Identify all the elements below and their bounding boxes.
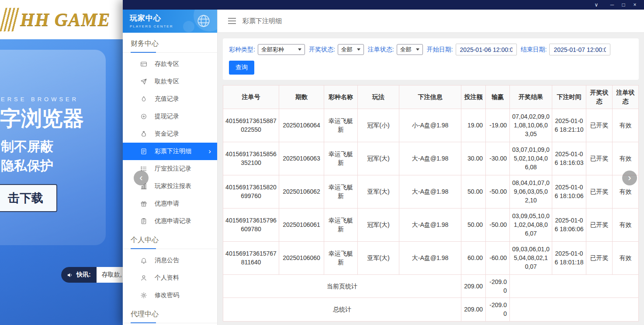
cell-period: 20250106061	[279, 208, 324, 241]
cell-draw-status: 已开奖	[586, 109, 613, 142]
cell-draw-status: 已开奖	[586, 142, 613, 175]
select-value: 全部	[400, 46, 412, 54]
cell-bet-info: 大-A盘@1.98	[399, 175, 461, 208]
cell-bet-time: 2025-01-06 18:21:10	[552, 109, 586, 142]
sidebar-item-label: 提现记录	[155, 113, 179, 120]
logo-text: HH GAME	[20, 9, 111, 30]
speaker-icon	[67, 272, 73, 278]
summary-empty	[510, 298, 639, 322]
banner-title: 字浏览器	[0, 105, 84, 133]
chevron-right-icon: ›	[628, 172, 631, 184]
cell-bet-status: 有效	[613, 142, 639, 175]
col-bet-time: 下注时间	[552, 86, 586, 109]
cell-bet-amount: 50.00	[461, 208, 486, 241]
cell-winloss: -50.00	[486, 208, 510, 241]
lottery-bet-details-icon	[140, 148, 147, 155]
summary-winloss-total: -209.00	[486, 298, 510, 322]
cell-bet-amount: 50.00	[461, 175, 486, 208]
filter-card: 彩种类型: 全部彩种 开奖状态: 全部	[223, 38, 639, 80]
sidebar-item-promo-apply-records[interactable]: 优惠申请记录	[123, 212, 217, 230]
sidebar-item-label: 优惠申请记录	[155, 217, 191, 225]
bet-status-select[interactable]: 全部	[397, 44, 423, 55]
download-button[interactable]: 击下载	[0, 184, 57, 212]
withdrawal-records-icon	[140, 113, 147, 120]
sidebar-header: 玩家中心 PLAYERS CENTER	[123, 10, 217, 33]
sidebar-item-label: 个人资料	[155, 274, 179, 282]
cell-bet-time: 2025-01-06 18:06:06	[552, 208, 586, 241]
banner-line-1: 制不屏蔽	[1, 138, 53, 156]
messages-icon	[140, 257, 147, 264]
sidebar-item-funds-records[interactable]: 资金记录	[123, 125, 217, 143]
ticker-label: 快讯:	[61, 267, 97, 283]
sidebar-item-deposit[interactable]: 存款专区	[123, 55, 217, 73]
window-panel: 玩家中心 PLAYERS CENTER 财务中心 存款专区 取款专区	[123, 10, 644, 325]
cell-bet-amount: 60.00	[461, 241, 486, 274]
cell-bet-status: 有效	[613, 241, 639, 274]
sidebar-item-lottery-bet-details[interactable]: 彩票下注明细 ›	[123, 143, 217, 160]
filter-label-draw-status: 开奖状态:	[309, 46, 335, 54]
globe-icon	[196, 14, 211, 28]
sidebar-item-withdrawal-records[interactable]: 提现记录	[123, 108, 217, 125]
player-center-window: ∨ ─ □ × 玩家中心 PLAYERS CENTER 财务中心 存款专区	[123, 0, 644, 325]
ticker-label-text: 快讯:	[76, 271, 91, 279]
col-bet-status: 注单状态	[613, 86, 639, 109]
cell-bet-number: 401569173615887022550	[223, 109, 279, 142]
chevron-down-icon	[298, 48, 301, 51]
sidebar-section-personal: 个人中心	[123, 231, 217, 249]
cell-bet-time: 2025-01-06 18:10:06	[552, 175, 586, 208]
cell-bet-info: 小-A盘@1.98	[399, 109, 461, 142]
chevron-down-icon	[357, 48, 360, 51]
cell-winloss: -30.00	[486, 142, 510, 175]
sidebar-item-withdraw[interactable]: 取款专区	[123, 73, 217, 90]
profile-icon	[140, 274, 147, 281]
summary-row-total: 总统计 209.00 -209.00	[223, 298, 639, 322]
cell-play-type: 亚军(大)	[358, 175, 399, 208]
funds-records-icon	[140, 130, 147, 137]
hamburger-icon[interactable]	[228, 21, 236, 21]
cell-bet-number: 401569173615767811640	[223, 241, 279, 274]
sidebar-item-label: 取款专区	[155, 78, 179, 86]
summary-bet-total: 209.00	[461, 298, 486, 322]
bets-table: 注单号 期数 彩种名称 玩法 下注信息 投注额 输赢 开奖结果 下注时间 开奖状…	[223, 85, 639, 322]
sidebar-item-promo-apply[interactable]: 优惠申请	[123, 195, 217, 212]
cell-play-type: 冠军(大)	[358, 208, 399, 241]
summary-row-page: 当前页统计 209.00 -209.00	[223, 274, 639, 298]
withdraw-icon	[140, 78, 147, 85]
query-button[interactable]: 查询	[229, 61, 254, 75]
sidebar-item-profile[interactable]: 个人资料	[123, 269, 217, 287]
sidebar-item-messages[interactable]: 消息公告	[123, 252, 217, 269]
close-icon[interactable]: ×	[629, 0, 641, 10]
chevron-down-icon[interactable]: ∨	[591, 0, 602, 10]
sidebar-item-label: 彩票下注明细	[155, 147, 191, 155]
col-bet-number: 注单号	[223, 86, 279, 109]
section-divider	[123, 52, 217, 53]
cell-draw-result: 09,03,06,01,05,04,08,02,10,07	[510, 241, 552, 274]
banner-line-2: 隐私保护	[1, 157, 53, 175]
sidebar-item-label: 充值记录	[155, 95, 179, 103]
carousel-prev-button[interactable]: ‹	[134, 171, 149, 185]
sidebar-item-label: 玩家投注报表	[155, 182, 191, 190]
start-date-input[interactable]	[456, 44, 517, 55]
sidebar-item-label: 资金记录	[155, 130, 179, 138]
sidebar-item-recharge-records[interactable]: 充值记录	[123, 90, 217, 108]
sidebar-item-label: 厅室投注记录	[155, 165, 191, 173]
cell-bet-number: 401569173615820699760	[223, 175, 279, 208]
maximize-icon[interactable]: □	[618, 0, 629, 10]
col-draw-result: 开奖结果	[510, 86, 552, 109]
table-row: 401569173615820699760 20250106062 幸运飞艇新 …	[223, 175, 639, 208]
sidebar-item-change-password[interactable]: 修改密码	[123, 287, 217, 304]
background-page: HH GAME ERSE BROWSER 字浏览器 制不屏蔽 隐私保护 击下载 …	[0, 0, 123, 325]
lottery-type-select[interactable]: 全部彩种	[258, 44, 305, 55]
cell-winloss: -19.00	[486, 109, 510, 142]
end-date-input[interactable]	[549, 44, 610, 55]
cell-winloss: -50.00	[486, 175, 510, 208]
draw-status-select[interactable]: 全部	[338, 44, 364, 55]
col-period: 期数	[279, 86, 324, 109]
password-icon	[140, 292, 147, 299]
minimize-icon[interactable]: ─	[606, 0, 618, 10]
cell-draw-result: 03,09,05,10,01,02,04,08,06,07	[510, 208, 552, 241]
news-ticker: 快讯: 存取款,	[61, 267, 123, 283]
table-row: 401569173615767811640 20250106060 幸运飞艇新 …	[223, 241, 639, 274]
sidebar-item-label: 修改密码	[155, 291, 179, 299]
carousel-next-button[interactable]: ›	[622, 171, 637, 185]
